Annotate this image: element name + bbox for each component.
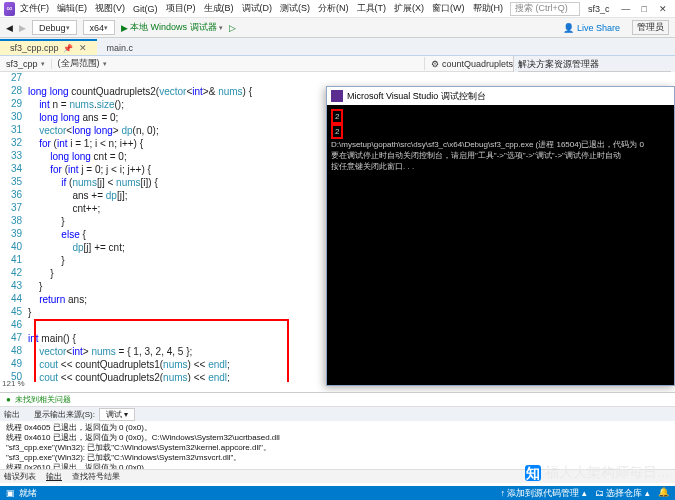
console-body: 2 2 D:\mysetup\gopath\src\dsy\sf3_c\x64\… bbox=[327, 105, 674, 176]
crumb-scope[interactable]: (全局范围)▾ bbox=[52, 57, 425, 70]
main-toolbar: ◀ ▶ Debug ▾ x64 ▾ ▶ 本地 Windows 调试器 ▾ ▷ 👤… bbox=[0, 18, 675, 38]
menu-file[interactable]: 文件(F) bbox=[17, 1, 53, 16]
bottom-panel: 121 % ●未找到相关问题 输出 显示输出来源(S): 调试 ▾ 线程 0x4… bbox=[0, 392, 675, 486]
console-icon bbox=[331, 90, 343, 102]
menu-tools[interactable]: 工具(T) bbox=[354, 1, 390, 16]
editor-tabstrip: sf3_cpp.cpp📌✕ main.c bbox=[0, 38, 675, 56]
menu-git[interactable]: Git(G) bbox=[130, 3, 161, 15]
menu-debug[interactable]: 调试(D) bbox=[239, 1, 276, 16]
global-search-input[interactable]: 搜索 (Ctrl+Q) bbox=[510, 2, 580, 16]
zoom-level[interactable]: 121 % bbox=[2, 379, 25, 388]
output-source-label: 显示输出来源(S): bbox=[34, 409, 95, 420]
pin-icon[interactable]: 📌 bbox=[63, 44, 73, 53]
tab-close-icon[interactable]: ✕ bbox=[79, 43, 87, 53]
menu-window[interactable]: 窗口(W) bbox=[429, 1, 468, 16]
output-header: 输出 显示输出来源(S): 调试 ▾ bbox=[0, 407, 675, 421]
menu-test[interactable]: 测试(S) bbox=[277, 1, 313, 16]
console-titlebar[interactable]: Microsoft Visual Studio 调试控制台 bbox=[327, 87, 674, 105]
console-path: D:\mysetup\gopath\src\dsy\sf3_c\x64\Debu… bbox=[331, 139, 670, 150]
ok-icon: ● bbox=[6, 395, 11, 404]
tab-mainc[interactable]: main.c bbox=[97, 41, 144, 55]
output-body[interactable]: 线程 0x4605 已退出，返回值为 0 (0x0)。线程 0x4610 已退出… bbox=[0, 421, 675, 469]
vs-logo-icon: ∞ bbox=[4, 2, 15, 16]
tab-error-list[interactable]: 错误列表 bbox=[4, 471, 36, 482]
source-control-add[interactable]: ↑ 添加到源代码管理 ▴ bbox=[500, 487, 587, 500]
config-dropdown[interactable]: Debug ▾ bbox=[32, 20, 77, 35]
menu-build[interactable]: 生成(B) bbox=[201, 1, 237, 16]
notifications-icon[interactable]: 🔔 bbox=[658, 487, 669, 500]
menu-view[interactable]: 视图(V) bbox=[92, 1, 128, 16]
live-share-button[interactable]: 👤 Live Share bbox=[563, 23, 620, 33]
menu-help[interactable]: 帮助(H) bbox=[470, 1, 507, 16]
run-noDebug-icon[interactable]: ▷ bbox=[229, 23, 236, 33]
console-output-2: 2 bbox=[331, 124, 343, 139]
console-msg2: 按任意键关闭此窗口. . . bbox=[331, 161, 670, 172]
run-debug-button[interactable]: ▶ 本地 Windows 调试器 ▾ bbox=[121, 21, 223, 34]
close-button[interactable]: ✕ bbox=[655, 4, 672, 14]
menu-bar: ∞ 文件(F) 编辑(E) 视图(V) Git(G) 项目(P) 生成(B) 调… bbox=[0, 0, 675, 18]
solution-name: sf3_c bbox=[588, 4, 610, 14]
menu-project[interactable]: 项目(P) bbox=[163, 1, 199, 16]
solution-explorer-title: 解决方案资源管理器 bbox=[518, 58, 671, 71]
status-ready: ▣ 就绪 bbox=[6, 487, 37, 500]
line-gutter: 2728293031323334353637383940414243444546… bbox=[0, 72, 28, 382]
console-title: Microsoft Visual Studio 调试控制台 bbox=[347, 90, 486, 103]
console-output-1: 2 bbox=[331, 109, 343, 124]
bottom-tabs: 错误列表 输出 查找符号结果 bbox=[0, 469, 675, 483]
output-source-dropdown[interactable]: 调试 ▾ bbox=[99, 408, 135, 421]
console-msg1: 要在调试停止时自动关闭控制台，请启用"工具"->"选项"->"调试"->"调试停… bbox=[331, 150, 670, 161]
tab-sf3cpp[interactable]: sf3_cpp.cpp📌✕ bbox=[0, 39, 97, 55]
nav-fwd-icon[interactable]: ▶ bbox=[19, 23, 26, 33]
menu-extensions[interactable]: 扩展(X) bbox=[391, 1, 427, 16]
output-title: 输出 bbox=[4, 409, 20, 420]
issues-bar[interactable]: ●未找到相关问题 bbox=[0, 393, 675, 407]
source-control-repo[interactable]: 🗂 选择仓库 ▴ bbox=[595, 487, 650, 500]
tab-output[interactable]: 输出 bbox=[46, 471, 62, 482]
minimize-button[interactable]: — bbox=[618, 4, 635, 14]
menu-analyze[interactable]: 分析(N) bbox=[315, 1, 352, 16]
crumb-project[interactable]: sf3_cpp▾ bbox=[0, 59, 52, 69]
debug-console-window[interactable]: Microsoft Visual Studio 调试控制台 2 2 D:\mys… bbox=[326, 86, 675, 386]
nav-back-icon[interactable]: ◀ bbox=[6, 23, 13, 33]
tab-find-symbol[interactable]: 查找符号结果 bbox=[72, 471, 120, 482]
maximize-button[interactable]: □ bbox=[636, 4, 653, 14]
menu-edit[interactable]: 编辑(E) bbox=[54, 1, 90, 16]
status-bar: ▣ 就绪 ↑ 添加到源代码管理 ▴ 🗂 选择仓库 ▴ 🔔 bbox=[0, 486, 675, 500]
admin-badge: 管理员 bbox=[632, 20, 669, 35]
platform-dropdown[interactable]: x64 ▾ bbox=[83, 20, 116, 35]
